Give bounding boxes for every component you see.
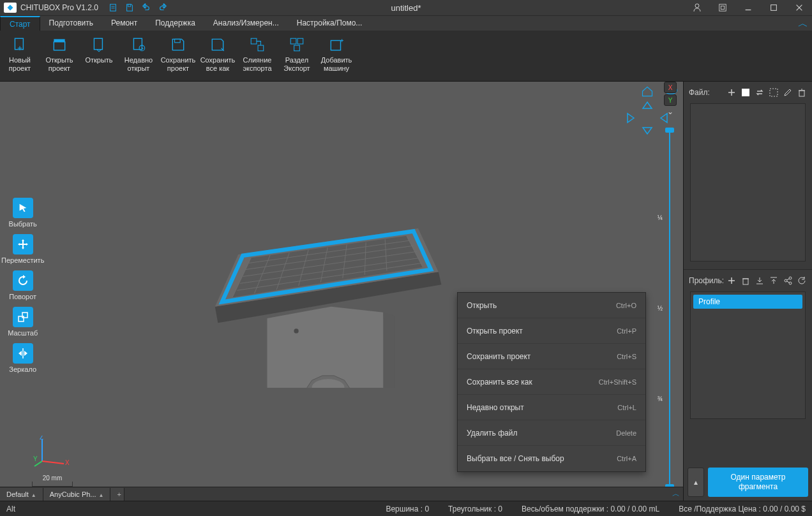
machine-tab-default[interactable]: Default▲ <box>0 488 43 501</box>
tabs-expand-icon[interactable]: ︿ <box>669 489 683 499</box>
ctx-recent[interactable]: Недавно открытCtrl+L <box>458 395 645 420</box>
ribbon: Новыйпроект Открытьпроект Открыть Недавн… <box>0 31 812 82</box>
swap-icon[interactable] <box>755 87 765 98</box>
layer-slider[interactable]: ¼ ½ ¾ <box>665 128 674 489</box>
save-all-as-button[interactable]: Сохранитьвсе как <box>198 33 237 78</box>
import-profile-icon[interactable] <box>755 276 765 286</box>
tool-rotate[interactable]: Поворот <box>1 270 44 300</box>
ctx-open[interactable]: ОткрытьCtrl+O <box>458 293 645 318</box>
nav-left-icon[interactable] <box>626 112 635 124</box>
window-icon[interactable] <box>710 0 735 15</box>
collapse-ribbon-icon[interactable]: ︿ <box>798 17 808 31</box>
ctx-open-project[interactable]: Открыть проектCtrl+P <box>458 318 645 344</box>
add-profile-icon[interactable] <box>726 276 737 286</box>
tool-move[interactable]: Переместить <box>1 234 44 264</box>
undo-icon[interactable] <box>138 0 154 15</box>
ctx-save-project[interactable]: Сохранить проектCtrl+S <box>458 344 645 369</box>
split-export-button[interactable]: РазделЭкспорт <box>277 33 317 78</box>
profile-list[interactable]: Profile <box>690 291 806 419</box>
slice-options-dropdown[interactable]: ▴ <box>688 468 704 497</box>
ctx-select-all[interactable]: Выбрать все / Снять выборCtrl+A <box>458 446 645 471</box>
svg-point-52 <box>294 328 298 333</box>
scale-bar: 20 mm <box>32 473 73 487</box>
open-project-button[interactable]: Открытьпроект <box>40 33 79 78</box>
svg-rect-4 <box>128 4 130 7</box>
svg-line-59 <box>42 461 64 464</box>
export-profile-icon[interactable] <box>769 276 779 286</box>
svg-rect-28 <box>331 41 340 50</box>
move-icon <box>13 234 33 254</box>
minimize-button[interactable] <box>735 0 761 15</box>
nav-up-icon[interactable] <box>642 101 653 110</box>
tab-support[interactable]: Поддержка <box>146 16 204 31</box>
edit-icon[interactable] <box>783 87 793 98</box>
status-triangle: Треугольник : 0 <box>448 505 502 513</box>
svg-rect-26 <box>297 38 303 44</box>
redo-icon[interactable] <box>154 0 171 15</box>
slice-button[interactable]: Один параметрфрагмента <box>708 468 808 497</box>
axis-badges: X Y ⌄ <box>664 82 677 116</box>
save-as-icon <box>209 36 227 54</box>
axis-x-badge[interactable]: X <box>664 82 677 93</box>
quick-btn-1[interactable] <box>105 0 121 15</box>
svg-rect-6 <box>719 4 726 11</box>
ctx-save-all-as[interactable]: Сохранить все какCtrl+Shift+S <box>458 369 645 395</box>
svg-rect-17 <box>94 38 102 49</box>
color-icon[interactable] <box>741 87 751 98</box>
machine-tab-anycubic[interactable]: AnyCubic Ph...▲ <box>43 488 111 501</box>
status-bar: Alt Вершина : 0 Треугольник : 0 Весь/объ… <box>0 501 812 516</box>
mirror-icon <box>13 343 33 364</box>
tool-select[interactable]: Выбрать <box>1 198 44 228</box>
machine-tabs: Default▲ AnyCubic Ph...▲ + ︿ <box>0 487 683 501</box>
tool-mirror[interactable]: Зеркало <box>1 343 44 373</box>
axis-y-badge[interactable]: Y <box>664 94 677 106</box>
svg-line-81 <box>787 281 790 283</box>
svg-rect-27 <box>294 45 300 51</box>
tool-scale[interactable]: Масштаб <box>1 307 44 337</box>
document-title: untitled* <box>391 3 421 13</box>
delete-file-icon[interactable] <box>797 87 807 98</box>
open-project-icon <box>50 36 68 54</box>
svg-rect-7 <box>721 6 724 9</box>
merge-export-button[interactable]: Слияниеэкспорта <box>237 33 277 78</box>
tab-start[interactable]: Старт <box>0 16 40 31</box>
open-button[interactable]: Открыть <box>79 33 119 78</box>
user-icon[interactable] <box>684 0 710 15</box>
new-project-button[interactable]: Новыйпроект <box>0 33 40 78</box>
scale-icon <box>13 307 33 327</box>
tab-analyze[interactable]: Анализ/Измерен... <box>204 16 288 31</box>
open-icon <box>90 36 108 54</box>
svg-marker-0 <box>8 5 13 11</box>
maximize-button[interactable] <box>761 0 786 15</box>
save-project-button[interactable]: Сохранитьпроект <box>158 33 198 78</box>
app-logo <box>4 3 17 13</box>
svg-rect-15 <box>54 42 64 50</box>
file-list[interactable] <box>690 103 806 262</box>
delete-profile-icon[interactable] <box>741 276 751 286</box>
profile-item[interactable]: Profile <box>693 295 802 309</box>
file-panel-label: Файл: <box>689 88 710 97</box>
axis-chevron-icon[interactable]: ⌄ <box>667 107 673 116</box>
select-icon <box>13 198 33 218</box>
close-button[interactable] <box>786 0 812 15</box>
new-project-icon <box>11 36 29 54</box>
tab-settings[interactable]: Настройка/Помо... <box>288 16 372 31</box>
refresh-profile-icon[interactable] <box>797 276 807 286</box>
ctx-delete-file[interactable]: Удалить файлDelete <box>458 420 645 446</box>
svg-rect-24 <box>258 45 264 51</box>
quick-save-icon[interactable] <box>121 0 138 15</box>
status-volume: Весь/объем поддержки : 0.00 / 0.00 mL <box>522 505 659 513</box>
share-profile-icon[interactable] <box>783 276 793 286</box>
add-machine-button[interactable]: Добавитьмашину <box>317 33 356 78</box>
svg-rect-75 <box>743 279 748 284</box>
nav-down-icon[interactable] <box>642 126 653 135</box>
select-box-icon[interactable] <box>769 87 779 98</box>
recent-button[interactable]: Недавнооткрыт <box>119 33 158 78</box>
status-price: Все /Поддержка Цена : 0.00 / 0.00 $ <box>679 505 806 513</box>
add-file-icon[interactable] <box>726 87 737 98</box>
home-view-icon[interactable] <box>641 85 654 97</box>
add-machine-tab[interactable]: + <box>110 488 124 501</box>
svg-rect-23 <box>251 38 257 44</box>
tab-repair[interactable]: Ремонт <box>102 16 146 31</box>
tab-prepare[interactable]: Подготовить <box>40 16 102 31</box>
